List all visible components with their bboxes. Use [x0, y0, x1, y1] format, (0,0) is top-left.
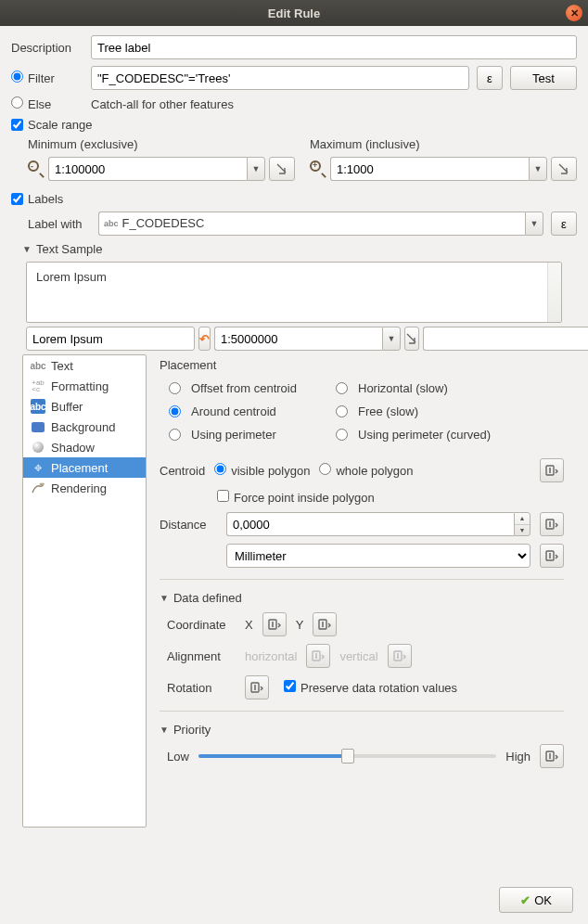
filter-radio-label[interactable]: Filter	[11, 71, 83, 85]
max-scale-label: Maximum (inclusive)	[310, 137, 577, 151]
sidebar-item-shadow[interactable]: Shadow	[23, 437, 146, 457]
sidebar-item-buffer[interactable]: abcBuffer	[23, 396, 146, 417]
text-sample-toggle[interactable]: ▼ Text Sample	[22, 242, 577, 256]
align-h-dd	[306, 644, 330, 668]
preview-scale-combo[interactable]: ▼	[214, 327, 401, 351]
sidebar-item-formatting[interactable]: +ab<cFormatting	[23, 376, 146, 396]
label-with-label: Label with	[28, 217, 91, 231]
epsilon-button[interactable]: ε	[477, 66, 503, 90]
label-settings-sidebar: abcText +ab<cFormatting abcBuffer Backgr…	[22, 354, 147, 828]
min-scale-combo[interactable]: ▼	[48, 157, 265, 181]
force-inside-check[interactable]: Force point inside polygon	[217, 490, 375, 505]
preserve-rotation-check[interactable]: Preserve data rotation values	[284, 680, 457, 695]
window-title: Edit Rule	[268, 6, 320, 20]
opt-around-centroid[interactable]: Around centroid	[169, 404, 336, 418]
rotation-label: Rotation	[167, 681, 236, 695]
opt-perimeter-curved[interactable]: Using perimeter (curved)	[336, 428, 521, 442]
text-icon: abc	[31, 358, 45, 373]
coordinate-label: Coordinate	[167, 618, 236, 632]
sidebar-item-rendering[interactable]: Rendering	[23, 478, 146, 498]
centroid-label: Centroid	[160, 464, 205, 478]
priority-slider[interactable]	[198, 747, 496, 765]
centroid-visible[interactable]: visible polygon	[214, 463, 310, 478]
scrollbar-handle[interactable]	[550, 264, 559, 276]
preview-scale-picker[interactable]	[404, 327, 419, 351]
sidebar-item-text[interactable]: abcText	[23, 355, 146, 376]
triangle-down-icon: ▼	[160, 593, 169, 603]
svg-point-0	[40, 482, 45, 485]
max-scale-combo[interactable]: ▼	[330, 157, 547, 181]
rendering-icon	[31, 481, 45, 495]
preview-bg-combo[interactable]: ▼	[423, 327, 588, 351]
alignment-label: Alignment	[167, 649, 236, 663]
opt-horizontal[interactable]: Horizontal (slow)	[336, 381, 521, 395]
max-scale-picker[interactable]	[551, 157, 577, 181]
opt-perimeter[interactable]: Using perimeter	[169, 428, 336, 442]
distance-unit-select[interactable]: Millimeter	[226, 544, 530, 568]
buffer-icon: abc	[31, 399, 45, 414]
chevron-down-icon[interactable]: ▼	[525, 212, 543, 236]
opt-offset-centroid[interactable]: Offset from centroid	[169, 381, 336, 395]
priority-toggle[interactable]: ▼ Priority	[160, 723, 564, 737]
scale-range-check[interactable]: Scale range	[11, 118, 577, 132]
else-text: Catch-all for other features	[91, 97, 234, 111]
priority-high-label: High	[505, 750, 530, 764]
chevron-down-icon[interactable]: ▼	[529, 157, 547, 181]
sample-text-input[interactable]	[26, 327, 195, 351]
expression-button[interactable]: ε	[551, 212, 577, 236]
formatting-icon: +ab<c	[31, 379, 45, 393]
data-defined-toggle[interactable]: ▼ Data defined	[160, 591, 564, 605]
spin-up-icon[interactable]: ▲	[515, 513, 530, 525]
priority-dd[interactable]	[540, 744, 564, 768]
placement-icon: ✥	[31, 460, 45, 475]
check-icon: ✔	[520, 893, 530, 907]
placement-title: Placement	[160, 358, 564, 372]
chevron-down-icon[interactable]: ▼	[247, 157, 265, 181]
align-v-dd	[388, 644, 412, 668]
sidebar-item-placement[interactable]: ✥Placement	[23, 457, 146, 478]
zoom-out-icon: -	[28, 160, 45, 177]
else-radio[interactable]	[11, 96, 23, 109]
ok-button[interactable]: ✔OK	[499, 887, 573, 913]
unit-dd-button[interactable]	[540, 544, 564, 568]
zoom-in-icon: +	[310, 160, 326, 177]
reset-sample-button[interactable]: ↶	[198, 327, 211, 351]
distance-label: Distance	[160, 518, 217, 532]
titlebar: Edit Rule ✕	[0, 0, 588, 26]
description-input[interactable]	[91, 35, 577, 59]
distance-dd-button[interactable]	[540, 512, 564, 536]
labels-checkbox[interactable]	[11, 193, 23, 205]
centroid-dd-button[interactable]	[540, 458, 564, 482]
else-radio-label[interactable]: Else	[11, 96, 83, 111]
label-field-combo[interactable]: abc F_CODEDESC ▼	[98, 212, 543, 236]
triangle-down-icon: ▼	[160, 725, 169, 735]
priority-low-label: Low	[167, 750, 189, 764]
shadow-icon	[31, 440, 45, 455]
background-icon	[31, 419, 45, 434]
distance-spinbox[interactable]: ▲▼	[226, 512, 530, 536]
sidebar-item-background[interactable]: Background	[23, 417, 146, 437]
spin-down-icon[interactable]: ▼	[515, 525, 530, 536]
close-icon[interactable]: ✕	[566, 5, 582, 21]
min-scale-picker[interactable]	[269, 157, 295, 181]
rotation-dd[interactable]	[245, 675, 269, 699]
sample-preview: Lorem Ipsum	[26, 262, 562, 323]
filter-radio[interactable]	[11, 71, 23, 83]
description-label: Description	[11, 41, 83, 55]
coord-x-dd[interactable]	[262, 612, 287, 636]
filter-input[interactable]	[91, 66, 469, 90]
min-scale-label: Minimum (exclusive)	[28, 137, 295, 151]
test-button[interactable]: Test	[510, 66, 577, 90]
scale-range-checkbox[interactable]	[11, 119, 23, 131]
chevron-down-icon[interactable]: ▼	[382, 327, 401, 351]
coord-y-dd[interactable]	[313, 612, 337, 636]
labels-check[interactable]: Labels	[11, 192, 577, 206]
opt-free[interactable]: Free (slow)	[336, 404, 521, 418]
centroid-whole[interactable]: whole polygon	[319, 463, 413, 478]
triangle-down-icon: ▼	[22, 244, 32, 254]
